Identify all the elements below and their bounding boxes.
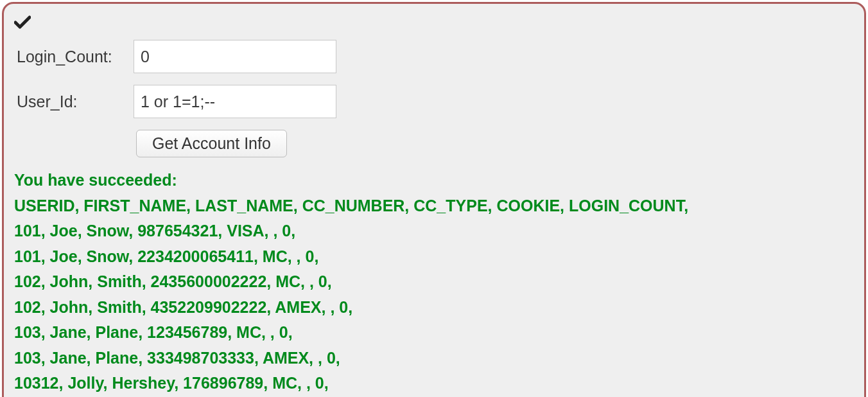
get-account-info-button[interactable]: Get Account Info xyxy=(136,130,287,157)
button-row: Get Account Info xyxy=(136,130,854,157)
result-row: 10312, Jolly, Hershey, 176896789, MC, , … xyxy=(14,371,854,396)
login-count-label: Login_Count: xyxy=(17,48,134,66)
result-row: 102, John, Smith, 2435600002222, MC, , 0… xyxy=(14,269,854,295)
form-panel: Login_Count: User_Id: Get Account Info Y… xyxy=(2,2,866,397)
result-heading: You have succeeded: xyxy=(14,168,854,193)
result-row: 101, Joe, Snow, 987654321, VISA, , 0, xyxy=(14,218,854,244)
result-row: 103, Jane, Plane, 123456789, MC, , 0, xyxy=(14,320,854,346)
result-block: You have succeeded: USERID, FIRST_NAME, … xyxy=(14,168,854,396)
user-id-input[interactable] xyxy=(134,85,336,118)
login-count-row: Login_Count: xyxy=(17,40,854,73)
user-id-row: User_Id: xyxy=(17,85,854,118)
form-area: Login_Count: User_Id: Get Account Info xyxy=(17,40,854,157)
result-row: 101, Joe, Snow, 2234200065411, MC, , 0, xyxy=(14,244,854,270)
result-row: 103, Jane, Plane, 333498703333, AMEX, , … xyxy=(14,346,854,371)
result-columns: USERID, FIRST_NAME, LAST_NAME, CC_NUMBER… xyxy=(14,193,854,219)
checkmark-icon xyxy=(14,15,31,32)
result-row: 102, John, Smith, 4352209902222, AMEX, ,… xyxy=(14,295,854,321)
user-id-label: User_Id: xyxy=(17,93,134,111)
login-count-input[interactable] xyxy=(134,40,336,73)
